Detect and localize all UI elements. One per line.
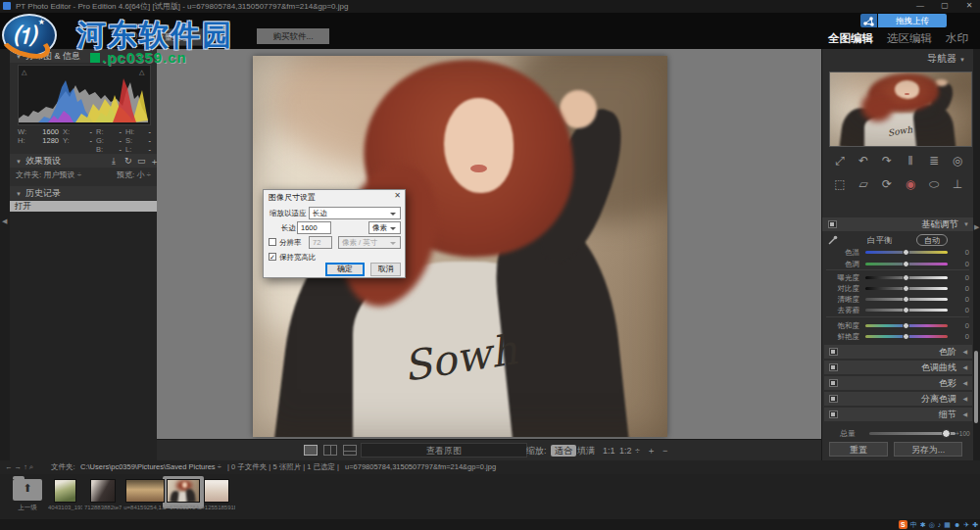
slider-handle-2[interactable]	[903, 274, 909, 281]
chevron-left-icon[interactable]: ◀	[962, 361, 967, 374]
import-preset-icon[interactable]: ⤓	[112, 156, 116, 167]
histogram-header[interactable]: ▼分布图 & 信息	[10, 49, 157, 63]
slider-handle-5[interactable]	[903, 307, 909, 313]
preset-preview-select[interactable]: 预览: 小 ÷	[117, 169, 151, 181]
amount-handle[interactable]	[942, 429, 951, 438]
refresh-presets-icon[interactable]: ↻	[124, 156, 132, 166]
chevron-left-icon[interactable]: ◀	[962, 376, 967, 390]
tray-icon-5[interactable]: ☻	[954, 519, 960, 530]
rotate-left-icon[interactable]: ↶	[853, 152, 874, 169]
dialog-close-icon[interactable]: ✕	[394, 191, 401, 200]
zoom-in-button[interactable]: ＋	[647, 445, 656, 457]
crop-tool-icon[interactable]: ⬚	[829, 175, 851, 193]
slider-handle-1[interactable]	[903, 261, 909, 267]
section-2[interactable]: 色彩◀	[824, 376, 972, 390]
tray-icon-6[interactable]: ✈	[963, 519, 969, 530]
zoom-fit-button[interactable]: 适合	[551, 445, 576, 457]
perspective-tool-icon[interactable]: ▱	[853, 175, 874, 193]
sogou-icon[interactable]: S	[899, 520, 907, 529]
history-item-open[interactable]: 打开	[10, 201, 157, 212]
tray-icon-1[interactable]: ✱	[920, 519, 926, 530]
nav-arrows-icons[interactable]: ← → ↑ ⌕	[5, 460, 33, 474]
levels-tool-icon[interactable]: ≣	[923, 152, 945, 169]
reset-tool-icon[interactable]: ⟳	[876, 175, 898, 193]
section-1[interactable]: 色调曲线◀	[824, 361, 972, 374]
histogram[interactable]: △ △	[18, 65, 151, 125]
help-icon[interactable]: ?	[111, 29, 117, 40]
close-button[interactable]: ✕	[958, 0, 980, 12]
eyedropper-icon[interactable]	[828, 235, 838, 245]
chevron-left-icon[interactable]: ◀	[962, 408, 967, 421]
section-checkbox[interactable]	[829, 363, 838, 371]
tray-icon-0[interactable]: 中	[910, 519, 917, 530]
collapse-right-arrow-icon[interactable]: ▶	[974, 223, 979, 231]
maximize-button[interactable]: ▢	[934, 0, 956, 12]
resolution-checkbox[interactable]	[269, 238, 276, 246]
zoom-fill-button[interactable]: 填满	[577, 445, 595, 457]
section-4[interactable]: 细节◀	[824, 408, 972, 421]
section-checkbox[interactable]	[829, 348, 838, 356]
section-0[interactable]: 色阶◀	[824, 345, 972, 359]
vignette-tool-icon[interactable]: ⬭	[923, 175, 945, 193]
section-checkbox[interactable]	[829, 395, 838, 403]
reset-button[interactable]: 重置	[829, 442, 888, 457]
section-checkbox[interactable]	[829, 410, 838, 418]
presets-header[interactable]: ▼效果预设	[10, 154, 157, 168]
tray-icon-4[interactable]: ▦	[944, 519, 951, 530]
red-eye-tool-icon[interactable]: ◉	[900, 175, 921, 193]
flip-horizontal-icon[interactable]: ⫴	[900, 152, 921, 169]
preset-folder-icon[interactable]: ▭	[137, 156, 146, 166]
edge-input[interactable]: 1600	[297, 221, 331, 234]
thumbnail-5[interactable]	[204, 479, 229, 503]
info-icon[interactable]: ⓘ	[127, 29, 137, 43]
preset-folder-select[interactable]: 文件夹: 用户预设 ÷	[16, 169, 81, 181]
slider-handle-3[interactable]	[903, 285, 909, 292]
rotate-right-icon[interactable]: ↷	[876, 152, 898, 169]
ok-button[interactable]: 确定	[325, 263, 365, 276]
right-panel-scrollbar[interactable]	[974, 351, 978, 423]
tray-icon-7[interactable]: ✚	[972, 519, 978, 530]
navigator-thumbnail[interactable]: Sowh	[829, 72, 972, 147]
auto-wb-button[interactable]: 自动	[916, 234, 948, 246]
folder-path[interactable]: C:\Users\pc0359\Pictures\Saved Pictures …	[80, 460, 221, 474]
chevron-left-icon[interactable]: ◀	[962, 392, 967, 406]
slider-handle-7[interactable]	[903, 333, 909, 340]
zoom-1-1-button[interactable]: 1:1	[603, 445, 615, 457]
history-header[interactable]: ▼历史记录	[10, 186, 157, 200]
upload-icon[interactable]	[860, 14, 877, 27]
split-vertical-view-icon[interactable]	[323, 445, 337, 456]
zoom-out-button[interactable]: −	[662, 445, 667, 457]
tray-icon-2[interactable]: ◎	[929, 519, 935, 530]
view-original-button[interactable]: 查看原图	[361, 443, 527, 458]
thumbnail-4[interactable]	[167, 479, 200, 503]
chevron-left-icon[interactable]: ◀	[962, 345, 967, 359]
buy-software-button[interactable]: 购买软件...	[257, 28, 329, 44]
save-as-button[interactable]: 另存为...	[894, 442, 962, 457]
add-preset-icon[interactable]: ＋	[150, 156, 159, 169]
unit-select[interactable]: 像素	[368, 221, 401, 234]
basic-enable-checkbox[interactable]	[828, 220, 837, 228]
section-checkbox[interactable]	[829, 379, 838, 387]
section-3[interactable]: 分离色调◀	[824, 392, 972, 406]
spiral-tool-icon[interactable]: ◎	[947, 152, 968, 169]
slider-handle-4[interactable]	[903, 296, 909, 303]
minimize-button[interactable]: —	[909, 0, 931, 12]
split-horizontal-view-icon[interactable]	[343, 445, 357, 456]
basic-adjust-header[interactable]: 基础调节 ▼	[822, 217, 974, 231]
slider-handle-6[interactable]	[903, 322, 909, 329]
zoom-ratio-spinner[interactable]: ÷	[635, 445, 640, 457]
thumbnail-3[interactable]	[125, 479, 165, 503]
collapse-left-arrow-icon[interactable]: ◀	[2, 217, 7, 225]
cancel-button[interactable]: 取消	[370, 263, 401, 276]
fit-select[interactable]: 长边	[309, 207, 401, 219]
drag-upload-button[interactable]: 拖拽上传	[878, 14, 947, 27]
navigator-header[interactable]: 导航器 ▼	[927, 52, 965, 66]
tab-full-edit[interactable]: 全图编辑	[828, 31, 873, 46]
slider-handle-0[interactable]	[903, 249, 909, 256]
up-folder-button[interactable]: ⬆	[13, 479, 42, 501]
tab-watermark[interactable]: 水印	[946, 31, 968, 46]
keep-ratio-checkbox[interactable]: ✓	[269, 253, 276, 261]
tab-selection-edit[interactable]: 选区编辑	[887, 31, 932, 46]
single-view-icon[interactable]	[304, 445, 318, 456]
thumbnail-1[interactable]	[54, 479, 76, 503]
